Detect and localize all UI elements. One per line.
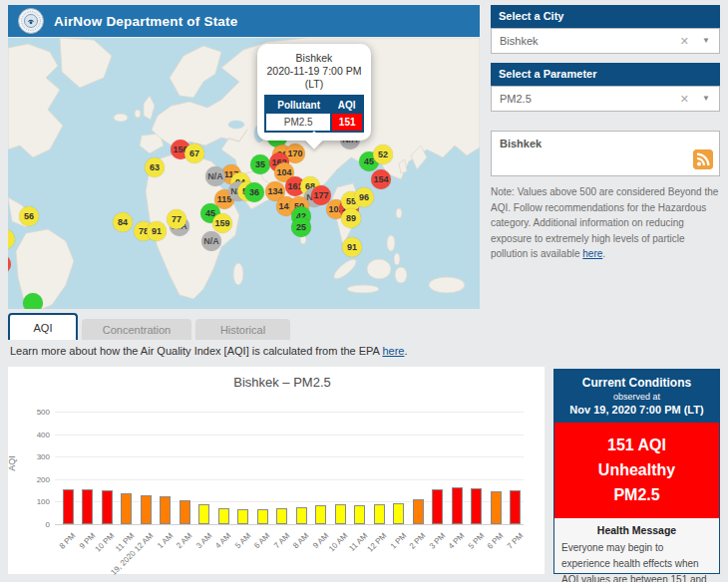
parameter-select[interactable]: PM2.5 ✕ ▼	[491, 86, 720, 112]
aqi-marker[interactable]: 91	[147, 221, 167, 241]
health-message-block: Health Message Everyone may begin to exp…	[554, 518, 719, 582]
aqi-marker[interactable]: 154	[371, 169, 391, 189]
select-parameter-header: Select a Parameter	[491, 63, 720, 86]
aqi-marker[interactable]	[23, 293, 43, 309]
popup-pollutant-value: PM2.5	[265, 114, 331, 132]
beyond-aqi-note: Note: Values above 500 are considered Be…	[491, 184, 721, 262]
chart-title: Bishkek – PM2.5	[48, 375, 517, 390]
popup-aqi-value: 151	[331, 114, 363, 132]
aqi-marker[interactable]: 159	[212, 213, 232, 233]
tab-historical[interactable]: Historical	[195, 319, 290, 340]
department-of-state-seal-icon	[18, 8, 44, 34]
parameter-caret-down-icon[interactable]: ▼	[702, 87, 710, 111]
observed-at-label: observed at	[558, 392, 715, 402]
aqi-status-block: 151 AQI Unhealthy PM2.5	[554, 423, 719, 518]
chart-bar	[218, 508, 229, 524]
city-caret-down-icon[interactable]: ▼	[702, 29, 710, 53]
parameter-clear-icon[interactable]: ✕	[680, 87, 689, 111]
aqi-marker[interactable]: 63	[145, 157, 165, 177]
aqi-value: 151 AQI	[558, 434, 715, 458]
chart-bar	[374, 504, 385, 524]
popup-aqi-table: Pollutant AQI PM2.5 151	[264, 95, 364, 133]
chart-gridline	[55, 412, 524, 413]
city-clear-icon[interactable]: ✕	[680, 29, 689, 53]
feed-box: Bishkek	[491, 131, 720, 176]
chart-bar	[276, 508, 287, 524]
learn-more-here-link[interactable]: here	[382, 345, 404, 357]
select-city-header: Select a City	[491, 5, 720, 28]
aqi-category: Unhealthy	[558, 458, 715, 483]
note-text-end: .	[602, 248, 605, 259]
tab-aqi[interactable]: AQI	[8, 313, 78, 340]
chart-bar	[102, 490, 113, 524]
chart-bar	[121, 493, 132, 524]
aqi-marker[interactable]: 89	[341, 208, 361, 228]
chart-gridline	[55, 479, 524, 480]
aqi-marker[interactable]: 52	[373, 145, 393, 164]
aqi-marker[interactable]: 35	[250, 154, 270, 174]
current-conditions-title: Current Conditions	[558, 376, 715, 390]
chart-bar	[452, 487, 463, 524]
airnow-page: AirNow Department of State	[0, 0, 728, 582]
aqi-bar-chart: Bishkek – PM2.5 AQI 01002003004005008 PM…	[8, 367, 545, 574]
current-conditions-header: Current Conditions observed at Nov 19, 2…	[554, 370, 719, 423]
note-here-link[interactable]: here	[582, 248, 602, 259]
aqi-marker[interactable]: N/A	[205, 166, 225, 186]
chart-bar	[198, 504, 209, 524]
chart-bar	[180, 500, 190, 524]
aqi-marker[interactable]: 25	[291, 217, 311, 237]
learn-more-text: Learn more about how the Air Quality Ind…	[10, 345, 382, 357]
observed-datetime: Nov 19, 2020 7:00 PM (LT)	[558, 404, 715, 416]
chart-bar	[413, 499, 424, 524]
popup-datetime: 2020-11-19 7:00 PM	[264, 65, 364, 78]
aqi-marker[interactable]: 67	[184, 144, 204, 163]
city-select-value: Bishkek	[500, 35, 539, 47]
chart-gridline	[55, 435, 524, 436]
chart-bar	[257, 509, 268, 524]
chart-bar	[354, 505, 365, 524]
map-popup: Bishkek 2020-11-19 7:00 PM (LT) Pollutan…	[257, 44, 371, 141]
feed-city-label: Bishkek	[500, 138, 542, 149]
app-title: AirNow Department of State	[54, 14, 237, 29]
chart-bar	[141, 495, 152, 524]
chart-bar	[237, 509, 248, 524]
chart-bar	[296, 507, 307, 524]
chart-gridline	[55, 456, 524, 457]
health-message-text: Everyone may begin to experience health …	[561, 540, 712, 582]
rss-feed-icon[interactable]	[693, 149, 713, 169]
aqi-marker[interactable]: 77	[167, 209, 186, 229]
chart-bar	[160, 496, 171, 524]
aqi-marker[interactable]: N/A	[201, 231, 221, 251]
chart-y-tick: 0	[8, 520, 50, 529]
tab-concentration[interactable]: Concentration	[82, 319, 191, 340]
learn-more-text-end: .	[404, 345, 407, 357]
health-message-title: Health Message	[561, 524, 712, 536]
chart-bar	[393, 503, 404, 524]
chart-y-tick: 200	[8, 475, 50, 484]
chart-bar	[471, 488, 482, 524]
chart-bar	[82, 489, 93, 524]
chart-bar	[491, 491, 502, 524]
learn-more-line: Learn more about how the Air Quality Ind…	[10, 345, 407, 357]
chart-gridline	[55, 524, 524, 525]
chart-y-tick: 100	[8, 497, 50, 506]
parameter-select-value: PM2.5	[500, 93, 532, 105]
aqi-marker[interactable]: 96	[354, 187, 374, 207]
aqi-marker[interactable]: 84	[113, 212, 133, 232]
chart-bar	[63, 489, 74, 524]
chart-bar	[510, 490, 521, 524]
aqi-marker[interactable]: 56	[19, 206, 39, 226]
tab-bar: AQIConcentrationHistorical	[8, 312, 294, 340]
app-header: AirNow Department of State	[8, 5, 480, 37]
aqi-parameter: PM2.5	[558, 483, 715, 508]
popup-city: Bishkek	[264, 52, 364, 65]
world-map[interactable]: 5646315667N/A8478917711545159N/A117N/A94…	[8, 38, 480, 309]
city-select[interactable]: Bishkek ✕ ▼	[491, 28, 720, 54]
current-conditions-panel: Current Conditions observed at Nov 19, 2…	[553, 369, 720, 574]
popup-col-aqi: AQI	[331, 96, 363, 114]
aqi-marker[interactable]: 91	[342, 237, 362, 257]
aqi-marker[interactable]: 36	[244, 182, 264, 202]
popup-col-pollutant: Pollutant	[265, 96, 331, 114]
popup-timezone: (LT)	[264, 78, 364, 91]
chart-bar	[315, 505, 326, 524]
